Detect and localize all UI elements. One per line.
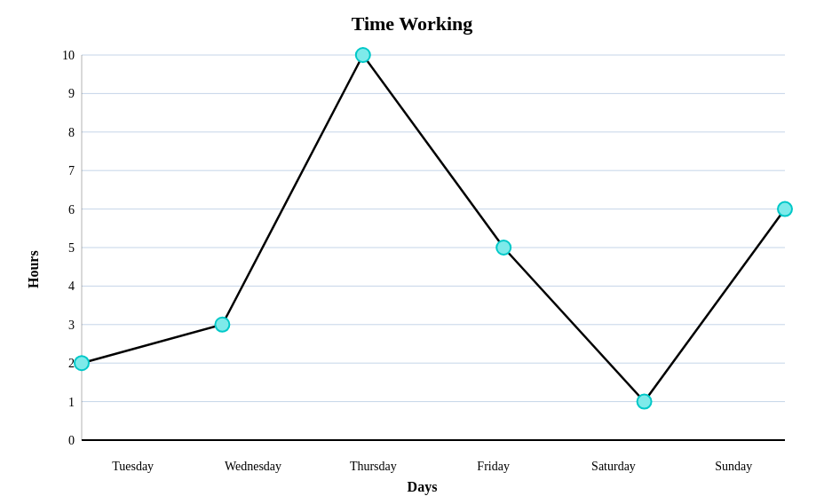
y-axis-label: Hours (21, 44, 42, 495)
svg-text:0: 0 (68, 434, 75, 447)
svg-text:2: 2 (68, 357, 75, 370)
svg-text:9: 9 (68, 87, 75, 100)
x-label: Sunday (674, 460, 794, 474)
svg-text:5: 5 (68, 241, 75, 255)
svg-point-28 (638, 395, 652, 409)
chart-inner: 012345678910 TuesdayWednesdayThursdayFri… (42, 44, 803, 495)
svg-text:3: 3 (68, 319, 75, 332)
svg-point-24 (75, 356, 89, 370)
svg-point-29 (778, 202, 792, 217)
svg-text:4: 4 (68, 280, 75, 293)
grid-and-plot: 012345678910 (42, 44, 803, 455)
x-axis-title: Days (42, 479, 803, 495)
svg-text:8: 8 (68, 126, 75, 139)
svg-text:7: 7 (68, 164, 75, 177)
x-label: Tuesday (73, 460, 193, 474)
svg-point-26 (356, 48, 370, 62)
svg-point-27 (496, 240, 511, 255)
chart-area: Hours 012345678910 TuesdayWednesdayThurs… (21, 44, 803, 495)
x-label: Thursday (313, 460, 433, 474)
chart-container: Time Working Hours 012345678910 TuesdayW… (21, 12, 803, 492)
svg-text:1: 1 (68, 396, 75, 409)
chart-svg: 012345678910 (42, 44, 803, 455)
chart-title: Time Working (352, 12, 473, 35)
svg-text:6: 6 (68, 203, 75, 217)
svg-point-25 (215, 318, 229, 332)
svg-text:10: 10 (62, 49, 75, 62)
x-label: Friday (433, 460, 553, 474)
x-label: Wednesday (193, 460, 313, 474)
x-axis-labels: TuesdayWednesdayThursdayFridaySaturdaySu… (73, 455, 794, 474)
x-label: Saturday (553, 460, 673, 474)
